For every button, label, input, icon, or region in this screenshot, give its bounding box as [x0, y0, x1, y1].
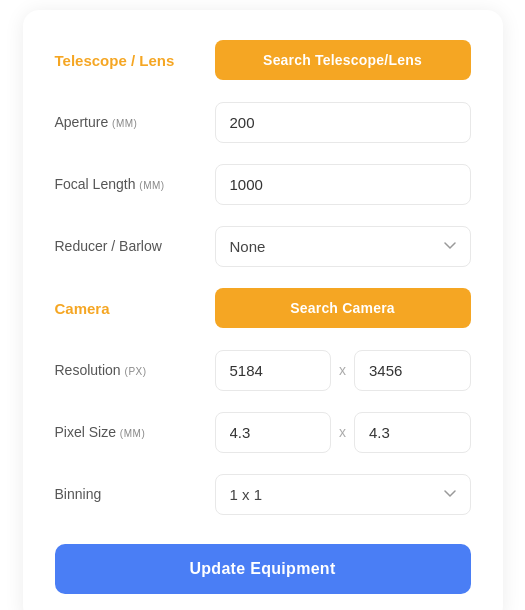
focal-length-row: Focal Length (MM): [55, 162, 471, 206]
binning-select[interactable]: 1 x 1 2 x 2 3 x 3 4 x 4: [215, 474, 471, 515]
equipment-form: Telescope / Lens Search Telescope/Lens A…: [23, 10, 503, 610]
telescope-row: Telescope / Lens Search Telescope/Lens: [55, 38, 471, 82]
camera-row: Camera Search Camera: [55, 286, 471, 330]
binning-label: Binning: [55, 486, 215, 502]
resolution-row: Resolution (PX) x: [55, 348, 471, 392]
resolution-height-input[interactable]: [354, 350, 471, 391]
reducer-select[interactable]: None 0.5x 0.63x 0.8x 2x 3x: [215, 226, 471, 267]
resolution-inputs: x: [215, 350, 471, 391]
binning-row: Binning 1 x 1 2 x 2 3 x 3 4 x 4: [55, 472, 471, 516]
update-equipment-button[interactable]: Update Equipment: [55, 544, 471, 594]
focal-input[interactable]: [215, 164, 471, 205]
pixel-height-input[interactable]: [354, 412, 471, 453]
telescope-label: Telescope / Lens: [55, 52, 215, 69]
aperture-row: Aperture (MM): [55, 100, 471, 144]
camera-label: Camera: [55, 300, 215, 317]
reducer-label: Reducer / Barlow: [55, 238, 215, 254]
search-camera-button[interactable]: Search Camera: [215, 288, 471, 328]
pixel-width-input[interactable]: [215, 412, 332, 453]
reducer-row: Reducer / Barlow None 0.5x 0.63x 0.8x 2x…: [55, 224, 471, 268]
pixel-size-row: Pixel Size (MM) x: [55, 410, 471, 454]
resolution-x-divider: x: [339, 362, 346, 378]
pixel-label: Pixel Size (MM): [55, 424, 215, 440]
focal-label: Focal Length (MM): [55, 176, 215, 192]
aperture-label: Aperture (MM): [55, 114, 215, 130]
aperture-input[interactable]: [215, 102, 471, 143]
pixel-inputs: x: [215, 412, 471, 453]
resolution-width-input[interactable]: [215, 350, 332, 391]
search-telescope-button[interactable]: Search Telescope/Lens: [215, 40, 471, 80]
pixel-x-divider: x: [339, 424, 346, 440]
resolution-label: Resolution (PX): [55, 362, 215, 378]
